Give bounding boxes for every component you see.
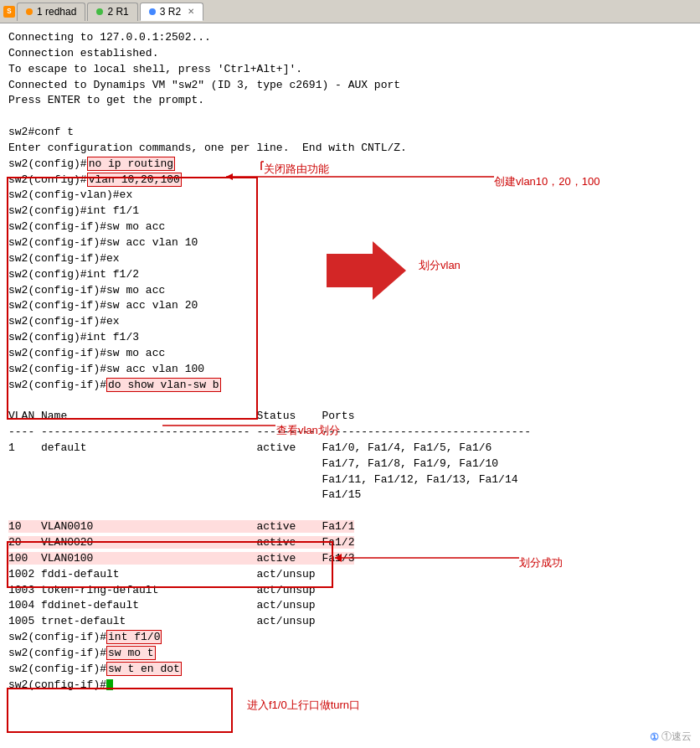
- no-ip-routing-annotation: 关闭路由功能: [264, 162, 329, 177]
- terminal-container: Connecting to 127.0.0.1:2502... Connecti…: [0, 23, 700, 748]
- watermark: ① ①速云: [650, 730, 692, 744]
- tab-2[interactable]: 2 R1: [87, 3, 137, 21]
- tab-1[interactable]: 1 redhad: [17, 3, 85, 21]
- divide-vlan-annotation: 划分vlan: [419, 258, 461, 273]
- tab-2-dot: [96, 8, 103, 15]
- tab-3-close[interactable]: ✕: [188, 7, 194, 16]
- tab-3-label: 3 R2: [160, 6, 181, 18]
- trunk-commands-box: [7, 688, 233, 733]
- check-vlan-annotation: 查看vlan划分: [276, 423, 340, 438]
- app-icon: S: [3, 6, 15, 18]
- trunk-annotation: 进入f1/0上行口做turn口: [247, 698, 360, 713]
- tab-1-label: 1 redhad: [37, 6, 76, 18]
- tab-3[interactable]: 3 R2 ✕: [140, 3, 203, 21]
- terminal-output: Connecting to 127.0.0.1:2502... Connecti…: [8, 30, 692, 693]
- tab-3-dot: [149, 8, 156, 15]
- create-vlan-annotation: 创建vlan10，20，100: [494, 174, 600, 189]
- tab-1-dot: [26, 8, 33, 15]
- tab-2-label: 2 R1: [107, 6, 128, 18]
- title-bar: S 1 redhad 2 R1 3 R2 ✕: [0, 0, 700, 23]
- divide-success-annotation: 划分成功: [519, 555, 563, 570]
